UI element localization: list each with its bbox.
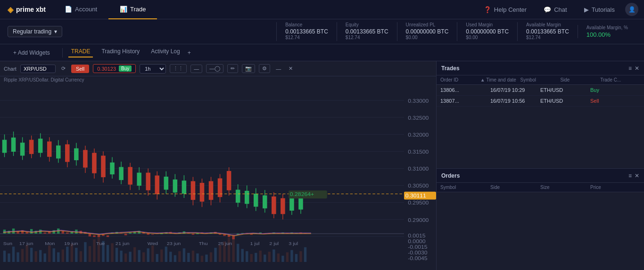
- nav-account-label: Account: [75, 6, 97, 13]
- svg-rect-165: [66, 232, 68, 233]
- svg-rect-144: [281, 198, 285, 213]
- svg-rect-120: [83, 150, 87, 167]
- avail-margin-label: Available Margin: [526, 22, 569, 27]
- svg-rect-12: [17, 252, 19, 262]
- mode-chevron: ▾: [54, 28, 57, 35]
- used-margin-sub: $0.00: [466, 35, 509, 40]
- trades-close-btn[interactable]: ✕: [635, 65, 639, 72]
- svg-text:0.32500: 0.32500: [408, 115, 429, 121]
- svg-rect-98: [173, 180, 177, 192]
- svg-rect-104: [245, 191, 249, 204]
- col-trade: Trade C...: [600, 77, 640, 82]
- svg-text:1 jul: 1 jul: [250, 241, 260, 245]
- logo-text: prime xbt: [16, 6, 46, 13]
- screenshot-btn[interactable]: 📷: [242, 64, 255, 73]
- svg-rect-122: [92, 153, 96, 173]
- trades-menu-btn[interactable]: ≡: [628, 65, 632, 72]
- svg-rect-116: [48, 142, 51, 156]
- drawing-btn[interactable]: ✏: [227, 64, 238, 73]
- buy-price: 0.30123: [97, 66, 116, 72]
- nav-account[interactable]: 📄 Account: [53, 0, 108, 19]
- svg-rect-51: [192, 251, 194, 262]
- svg-rect-94: [137, 173, 141, 185]
- trade-symbol-0: ETH/USD: [540, 87, 590, 93]
- svg-text:3 jul: 3 jul: [289, 241, 298, 245]
- nav-trade[interactable]: 📊 Trade: [108, 0, 157, 19]
- svg-rect-75: [299, 251, 302, 262]
- svg-rect-88: [74, 148, 78, 160]
- svg-text:19 jun: 19 jun: [64, 241, 78, 245]
- unrealized-value: 0.00000000 BTC: [406, 28, 449, 35]
- indicators-btn[interactable]: —: [190, 65, 202, 73]
- svg-text:0.29000: 0.29000: [408, 217, 429, 222]
- tutorials-btn[interactable]: ▶ Tutorials: [578, 6, 621, 13]
- tab-trading-history[interactable]: Trading History: [99, 48, 142, 57]
- close-chart-btn[interactable]: ✕: [287, 65, 295, 73]
- svg-rect-178: [124, 234, 127, 236]
- trade-row-0[interactable]: 13806... 16/07/19 10:29 ETH/USD Buy: [437, 85, 644, 96]
- help-center-btn[interactable]: ❓ Help Center: [477, 6, 533, 13]
- col-side: Side: [560, 77, 600, 82]
- svg-rect-136: [209, 181, 213, 199]
- svg-rect-24: [71, 244, 73, 262]
- trade-time-1: 16/07/19 10:56: [490, 98, 540, 104]
- svg-rect-184: [151, 234, 154, 235]
- tutorials-label: Tutorials: [592, 6, 615, 13]
- svg-rect-174: [107, 235, 109, 237]
- svg-rect-140: [227, 171, 231, 190]
- equity-sub: $12.74: [346, 35, 388, 40]
- add-widgets-button[interactable]: + Add Widgets: [7, 49, 57, 56]
- tab-trade[interactable]: TRADE: [68, 48, 93, 57]
- svg-text:0.33000: 0.33000: [408, 98, 429, 104]
- add-widgets-label: + Add Widgets: [13, 49, 50, 56]
- refresh-btn[interactable]: ⟳: [59, 65, 67, 73]
- chart-body[interactable]: 0.28264+ 0.30111: [0, 83, 436, 270]
- chart-container: Chart ⟳ Sell 0.30123 Buy 1h15m4h1d ⋮⋮ — …: [0, 61, 437, 270]
- svg-rect-69: [272, 249, 275, 262]
- mode-select[interactable]: Regular trading ▾: [8, 26, 62, 37]
- svg-rect-56: [214, 248, 216, 262]
- svg-rect-23: [66, 246, 68, 262]
- stat-used-margin: Used Margin 0.00000000 BTC $0.00: [457, 22, 517, 41]
- svg-text:25 jun: 25 jun: [218, 241, 232, 245]
- add-tab-button[interactable]: +: [188, 49, 191, 56]
- svg-rect-34: [116, 248, 118, 262]
- orders-close-btn[interactable]: ✕: [635, 172, 639, 179]
- stat-balance: Balance 0.00133665 BTC $12.74: [276, 22, 337, 41]
- svg-rect-92: [119, 167, 123, 180]
- toolbar: + Add Widgets TRADE Trading History Acti…: [0, 44, 644, 61]
- trade-row-1[interactable]: 13807... 16/07/19 10:56 ETH/USD Sell: [437, 96, 644, 106]
- logo: ◈ prime xbt: [0, 5, 53, 14]
- svg-rect-76: [304, 247, 306, 262]
- sell-button[interactable]: Sell: [71, 65, 89, 73]
- help-icon: ❓: [484, 6, 491, 13]
- minimize-chart-btn[interactable]: —: [274, 65, 283, 73]
- stat-avail-margin-pct: Available Margin, % 100.00%: [578, 25, 636, 38]
- overlay-btn[interactable]: —◯: [206, 64, 223, 73]
- tab-activity-log[interactable]: Activity Log: [148, 48, 182, 57]
- svg-rect-11: [12, 246, 15, 262]
- svg-rect-43: [156, 254, 158, 262]
- symbol-input[interactable]: [20, 65, 56, 73]
- svg-rect-19: [48, 245, 50, 262]
- user-avatar[interactable]: 👤: [625, 3, 638, 16]
- svg-text:-0.0015: -0.0015: [408, 245, 427, 250]
- chat-label: Chat: [554, 6, 567, 13]
- col-orders-size: Size: [540, 185, 590, 190]
- orders-menu-btn[interactable]: ≡: [628, 172, 632, 179]
- svg-rect-44: [160, 249, 163, 262]
- col-time: ▲ Time and date: [480, 77, 520, 82]
- svg-rect-30: [98, 236, 100, 262]
- chart-svg: 0.28264+ 0.30111: [0, 83, 436, 270]
- svg-rect-55: [210, 252, 212, 262]
- settings-btn[interactable]: ⚙: [259, 64, 270, 73]
- chat-btn[interactable]: 💬 Chat: [537, 6, 573, 13]
- timeframe-select[interactable]: 1h15m4h1d: [140, 64, 166, 74]
- svg-rect-18: [44, 254, 46, 262]
- svg-rect-100: [182, 181, 186, 193]
- chart-type-btn[interactable]: ⋮⋮: [170, 64, 187, 73]
- buy-tag: Buy: [119, 65, 132, 72]
- svg-rect-15: [30, 248, 33, 262]
- col-order-id: Order ID: [440, 77, 480, 82]
- svg-rect-52: [196, 254, 198, 262]
